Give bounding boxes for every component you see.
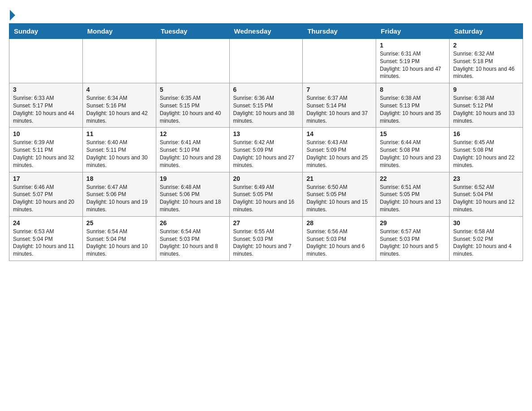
calendar-cell: 15Sunrise: 6:44 AM Sunset: 5:08 PM Dayli…: [376, 128, 450, 172]
day-info: Sunrise: 6:31 AM Sunset: 5:19 PM Dayligh…: [380, 50, 446, 80]
day-number: 27: [233, 219, 299, 227]
day-number: 29: [380, 219, 446, 227]
logo: [9, 9, 15, 19]
weekday-header-saturday: Saturday: [450, 24, 523, 39]
day-info: Sunrise: 6:52 AM Sunset: 5:04 PM Dayligh…: [453, 184, 519, 214]
calendar-cell: 3Sunrise: 6:33 AM Sunset: 5:17 PM Daylig…: [9, 83, 83, 128]
calendar-cell: 2Sunrise: 6:32 AM Sunset: 5:18 PM Daylig…: [450, 39, 523, 83]
weekday-header-row: SundayMondayTuesdayWednesdayThursdayFrid…: [9, 24, 523, 39]
calendar-cell: [9, 39, 83, 83]
day-info: Sunrise: 6:46 AM Sunset: 5:07 PM Dayligh…: [13, 184, 79, 214]
calendar-cell: [82, 39, 156, 83]
day-info: Sunrise: 6:58 AM Sunset: 5:02 PM Dayligh…: [453, 228, 519, 258]
day-info: Sunrise: 6:55 AM Sunset: 5:03 PM Dayligh…: [233, 228, 299, 258]
day-info: Sunrise: 6:39 AM Sunset: 5:11 PM Dayligh…: [13, 139, 79, 169]
day-number: 11: [86, 130, 152, 137]
day-number: 12: [160, 130, 226, 137]
calendar-cell: 20Sunrise: 6:49 AM Sunset: 5:05 PM Dayli…: [229, 172, 303, 216]
day-info: Sunrise: 6:36 AM Sunset: 5:15 PM Dayligh…: [233, 94, 299, 124]
day-info: Sunrise: 6:45 AM Sunset: 5:08 PM Dayligh…: [453, 139, 519, 169]
day-number: 19: [160, 175, 226, 182]
calendar-cell: 7Sunrise: 6:37 AM Sunset: 5:14 PM Daylig…: [303, 83, 376, 128]
day-number: 7: [306, 86, 372, 93]
page-header: [9, 9, 523, 19]
calendar-cell: 17Sunrise: 6:46 AM Sunset: 5:07 PM Dayli…: [9, 172, 83, 216]
weekday-header-sunday: Sunday: [9, 24, 83, 39]
logo-arrow-icon: [10, 10, 15, 21]
day-number: 23: [453, 175, 519, 182]
day-number: 16: [453, 130, 519, 137]
calendar-cell: 26Sunrise: 6:54 AM Sunset: 5:03 PM Dayli…: [156, 216, 229, 261]
day-info: Sunrise: 6:34 AM Sunset: 5:16 PM Dayligh…: [86, 94, 152, 124]
day-number: 22: [380, 175, 446, 182]
day-number: 5: [160, 86, 226, 93]
day-info: Sunrise: 6:42 AM Sunset: 5:09 PM Dayligh…: [233, 139, 299, 169]
day-info: Sunrise: 6:38 AM Sunset: 5:12 PM Dayligh…: [453, 94, 519, 124]
calendar-week-row: 1Sunrise: 6:31 AM Sunset: 5:19 PM Daylig…: [9, 39, 523, 83]
day-number: 1: [380, 42, 446, 49]
calendar-cell: 23Sunrise: 6:52 AM Sunset: 5:04 PM Dayli…: [450, 172, 523, 216]
day-number: 30: [453, 219, 519, 227]
weekday-header-monday: Monday: [82, 24, 156, 39]
calendar-cell: 14Sunrise: 6:43 AM Sunset: 5:09 PM Dayli…: [303, 128, 376, 172]
day-info: Sunrise: 6:54 AM Sunset: 5:03 PM Dayligh…: [160, 228, 226, 258]
day-info: Sunrise: 6:40 AM Sunset: 5:11 PM Dayligh…: [86, 139, 152, 169]
calendar-cell: 28Sunrise: 6:56 AM Sunset: 5:03 PM Dayli…: [303, 216, 376, 261]
calendar-cell: [156, 39, 229, 83]
calendar-week-row: 24Sunrise: 6:53 AM Sunset: 5:04 PM Dayli…: [9, 216, 523, 261]
day-info: Sunrise: 6:48 AM Sunset: 5:06 PM Dayligh…: [160, 184, 226, 214]
calendar-cell: 18Sunrise: 6:47 AM Sunset: 5:06 PM Dayli…: [82, 172, 156, 216]
weekday-header-wednesday: Wednesday: [229, 24, 303, 39]
day-info: Sunrise: 6:54 AM Sunset: 5:04 PM Dayligh…: [86, 228, 152, 258]
calendar-cell: 13Sunrise: 6:42 AM Sunset: 5:09 PM Dayli…: [229, 128, 303, 172]
day-info: Sunrise: 6:53 AM Sunset: 5:04 PM Dayligh…: [13, 228, 79, 258]
day-number: 20: [233, 175, 299, 182]
calendar-cell: [229, 39, 303, 83]
day-number: 6: [233, 86, 299, 93]
calendar-cell: 4Sunrise: 6:34 AM Sunset: 5:16 PM Daylig…: [82, 83, 156, 128]
calendar-cell: 22Sunrise: 6:51 AM Sunset: 5:05 PM Dayli…: [376, 172, 450, 216]
calendar-cell: 16Sunrise: 6:45 AM Sunset: 5:08 PM Dayli…: [450, 128, 523, 172]
calendar-cell: 29Sunrise: 6:57 AM Sunset: 5:03 PM Dayli…: [376, 216, 450, 261]
day-number: 13: [233, 130, 299, 137]
calendar-cell: 11Sunrise: 6:40 AM Sunset: 5:11 PM Dayli…: [82, 128, 156, 172]
day-info: Sunrise: 6:37 AM Sunset: 5:14 PM Dayligh…: [306, 94, 372, 124]
calendar-cell: 8Sunrise: 6:38 AM Sunset: 5:13 PM Daylig…: [376, 83, 450, 128]
calendar-week-row: 17Sunrise: 6:46 AM Sunset: 5:07 PM Dayli…: [9, 172, 523, 216]
day-info: Sunrise: 6:44 AM Sunset: 5:08 PM Dayligh…: [380, 139, 446, 169]
day-number: 14: [306, 130, 372, 137]
day-info: Sunrise: 6:33 AM Sunset: 5:17 PM Dayligh…: [13, 94, 79, 124]
calendar-cell: 27Sunrise: 6:55 AM Sunset: 5:03 PM Dayli…: [229, 216, 303, 261]
day-number: 10: [13, 130, 79, 137]
day-number: 25: [86, 219, 152, 227]
calendar-cell: 12Sunrise: 6:41 AM Sunset: 5:10 PM Dayli…: [156, 128, 229, 172]
day-number: 21: [306, 175, 372, 182]
day-number: 15: [380, 130, 446, 137]
day-number: 2: [453, 42, 519, 49]
calendar-cell: 9Sunrise: 6:38 AM Sunset: 5:12 PM Daylig…: [450, 83, 523, 128]
day-number: 8: [380, 86, 446, 93]
day-number: 28: [306, 219, 372, 227]
calendar-week-row: 3Sunrise: 6:33 AM Sunset: 5:17 PM Daylig…: [9, 83, 523, 128]
calendar-cell: 30Sunrise: 6:58 AM Sunset: 5:02 PM Dayli…: [450, 216, 523, 261]
calendar-table: SundayMondayTuesdayWednesdayThursdayFrid…: [9, 23, 523, 261]
day-number: 9: [453, 86, 519, 93]
calendar-cell: 10Sunrise: 6:39 AM Sunset: 5:11 PM Dayli…: [9, 128, 83, 172]
calendar-cell: 21Sunrise: 6:50 AM Sunset: 5:05 PM Dayli…: [303, 172, 376, 216]
calendar-cell: 19Sunrise: 6:48 AM Sunset: 5:06 PM Dayli…: [156, 172, 229, 216]
calendar-cell: 5Sunrise: 6:35 AM Sunset: 5:15 PM Daylig…: [156, 83, 229, 128]
day-number: 17: [13, 175, 79, 182]
day-info: Sunrise: 6:41 AM Sunset: 5:10 PM Dayligh…: [160, 139, 226, 169]
day-number: 3: [13, 86, 79, 93]
day-info: Sunrise: 6:35 AM Sunset: 5:15 PM Dayligh…: [160, 94, 226, 124]
day-info: Sunrise: 6:32 AM Sunset: 5:18 PM Dayligh…: [453, 50, 519, 80]
day-info: Sunrise: 6:51 AM Sunset: 5:05 PM Dayligh…: [380, 184, 446, 214]
day-info: Sunrise: 6:43 AM Sunset: 5:09 PM Dayligh…: [306, 139, 372, 169]
calendar-cell: [303, 39, 376, 83]
day-number: 4: [86, 86, 152, 93]
calendar-cell: 6Sunrise: 6:36 AM Sunset: 5:15 PM Daylig…: [229, 83, 303, 128]
calendar-cell: 24Sunrise: 6:53 AM Sunset: 5:04 PM Dayli…: [9, 216, 83, 261]
day-info: Sunrise: 6:57 AM Sunset: 5:03 PM Dayligh…: [380, 228, 446, 258]
calendar-week-row: 10Sunrise: 6:39 AM Sunset: 5:11 PM Dayli…: [9, 128, 523, 172]
weekday-header-thursday: Thursday: [303, 24, 376, 39]
